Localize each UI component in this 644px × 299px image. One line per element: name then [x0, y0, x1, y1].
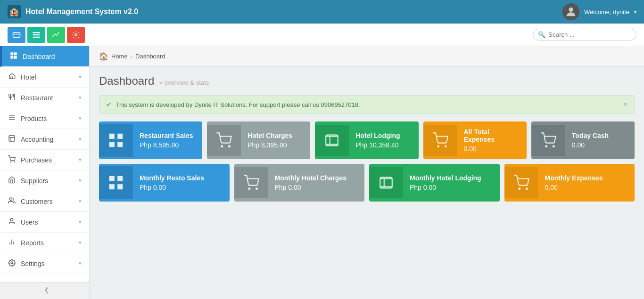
users-icon	[8, 218, 16, 226]
quick-nav-buttons	[8, 27, 85, 43]
svg-point-34	[438, 145, 439, 147]
sidebar-item-hotel[interactable]: Hotel ▾	[0, 67, 89, 88]
monthly-resto-value: Php 0.00	[140, 184, 223, 191]
sidebar-label-hotel: Hotel	[21, 73, 36, 81]
svg-rect-40	[109, 184, 115, 189]
user-dropdown-arrow[interactable]: ▾	[634, 9, 636, 15]
svg-rect-31	[117, 142, 123, 147]
quicknav-id-button[interactable]	[8, 27, 25, 43]
stat-card-hotel-charges[interactable]: Hotel Charges Php 8,395.00	[207, 121, 310, 159]
sidebar-label-restaurant: Restaurant	[21, 94, 53, 102]
main-layout: Dashboard Hotel ▾ Restaurant ▾	[0, 46, 644, 299]
restaurant-sales-label: Restaurant Sales	[140, 132, 196, 139]
svg-point-32	[222, 145, 223, 147]
stat-card-today-cash[interactable]: Today Cash 0.00	[531, 121, 635, 159]
restaurant-sales-icon	[99, 124, 133, 157]
alert-message: This system is developed by Dynite IT So…	[116, 101, 360, 108]
stat-card-monthly-hotel-charges[interactable]: Monthly Hotel Charges Php 0.00	[234, 164, 365, 202]
quicknav-chart-button[interactable]	[47, 27, 65, 43]
svg-point-42	[248, 188, 250, 189]
stat-card-hotel-lodging[interactable]: Hotel Lodging Php 10,358.40	[315, 121, 418, 159]
customers-chevron: ▾	[79, 198, 82, 204]
hotel-chevron: ▾	[79, 74, 82, 80]
alert-check-icon: ✔	[106, 101, 112, 108]
svg-point-20	[10, 162, 11, 162]
monthly-lodging-icon	[369, 167, 403, 198]
restaurant-sales-value: Php 8,595.00	[140, 141, 196, 149]
all-expenses-icon	[423, 125, 457, 156]
hotel-icon	[8, 73, 16, 81]
users-chevron: ▾	[79, 219, 82, 225]
stat-card-monthly-expenses[interactable]: Monthly Expenses 0.00	[504, 164, 635, 202]
breadcrumb: 🏠 Home › Dashboard	[99, 52, 165, 61]
reports-chevron: ▾	[79, 240, 82, 246]
sidebar-label-settings: Settings	[21, 260, 45, 267]
sidebar-label-purchases: Purchases	[21, 156, 52, 164]
sidebar-item-dashboard[interactable]: Dashboard	[0, 46, 89, 67]
stat-card-monthly-lodging[interactable]: Monthly Hotel Lodging Php 0.00	[369, 164, 500, 202]
sidebar-item-restaurant[interactable]: Restaurant ▾	[0, 88, 89, 108]
sidebar-label-users: Users	[21, 218, 38, 226]
today-cash-icon	[531, 125, 565, 156]
page-header: Dashboard overview & stats	[90, 67, 644, 91]
all-expenses-value: 0.00	[464, 145, 520, 153]
settings-chevron: ▾	[79, 260, 82, 267]
quicknav-settings-button[interactable]	[67, 27, 85, 43]
sidebar-item-users[interactable]: Users ▾	[0, 212, 89, 233]
reports-icon	[8, 238, 16, 247]
sidebar-item-purchases[interactable]: Purchases ▾	[0, 150, 89, 170]
quicknav-menu-button[interactable]	[27, 27, 45, 43]
hotel-lodging-label: Hotel Lodging	[355, 132, 412, 139]
sidebar-item-settings[interactable]: Settings ▾	[0, 253, 89, 274]
alert-close-button[interactable]: ×	[623, 100, 627, 109]
hotel-charges-label: Hotel Charges	[248, 132, 304, 139]
svg-point-22	[9, 198, 12, 200]
sidebar-item-accounting[interactable]: Accounting ▾	[0, 129, 89, 150]
svg-rect-5	[33, 36, 40, 37]
sidebar-label-reports: Reports	[21, 239, 44, 247]
breadcrumb-bar: 🏠 Home › Dashboard	[90, 46, 644, 67]
suppliers-icon	[8, 176, 16, 185]
svg-rect-7	[10, 52, 13, 55]
svg-rect-8	[14, 52, 17, 55]
accounting-chevron: ▾	[79, 136, 82, 142]
stat-card-restaurant-sales[interactable]: Restaurant Sales Php 8,595.00	[99, 121, 202, 159]
quick-navbar: 🔍	[0, 24, 644, 46]
top-navbar: 🏨 Hotel Management System v2.0 Welcome, …	[0, 0, 644, 24]
svg-point-43	[256, 188, 257, 189]
restaurant-chevron: ▾	[79, 95, 82, 101]
purchases-chevron: ▾	[79, 157, 82, 163]
avatar[interactable]	[562, 3, 579, 20]
sidebar-label-customers: Customers	[21, 198, 53, 205]
monthly-resto-icon	[99, 166, 133, 199]
stat-card-all-total-expenses[interactable]: All Total Expenses 0.00	[423, 121, 527, 159]
hotel-lodging-icon	[315, 125, 349, 156]
suppliers-chevron: ▾	[79, 178, 82, 184]
sidebar-item-suppliers[interactable]: Suppliers ▾	[0, 170, 89, 191]
monthly-lodging-value: Php 0.00	[410, 184, 493, 191]
svg-rect-17	[9, 136, 15, 141]
svg-point-36	[545, 145, 547, 147]
svg-point-6	[75, 33, 77, 36]
hotel-charges-icon	[207, 125, 241, 156]
hotel-charges-value: Php 8,395.00	[248, 141, 304, 149]
stat-card-monthly-resto[interactable]: Monthly Resto Sales Php 0.00	[99, 164, 230, 202]
monthly-hotel-charges-value: Php 0.00	[275, 184, 358, 191]
hotel-lodging-value: Php 10,358.40	[355, 141, 412, 149]
sidebar-item-products[interactable]: Products ▾	[0, 108, 89, 129]
sidebar-item-customers[interactable]: Customers ▾	[0, 191, 89, 212]
monthly-lodging-label: Monthly Hotel Lodging	[410, 174, 493, 182]
stats-grid-row2: Monthly Resto Sales Php 0.00 Monthly Hot…	[90, 164, 644, 202]
breadcrumb-home-icon: 🏠	[99, 52, 108, 61]
search-icon: 🔍	[538, 31, 545, 38]
search-input[interactable]	[548, 31, 631, 38]
search-box[interactable]: 🔍	[533, 29, 636, 40]
sidebar: Dashboard Hotel ▾ Restaurant ▾	[0, 46, 90, 299]
sidebar-item-reports[interactable]: Reports ▾	[0, 233, 89, 253]
monthly-expenses-value: 0.00	[545, 184, 628, 191]
svg-point-27	[11, 262, 13, 264]
monthly-expenses-label: Monthly Expenses	[545, 174, 628, 182]
page-subtitle: overview & stats	[159, 79, 209, 86]
svg-rect-30	[109, 142, 115, 147]
sidebar-collapse-button[interactable]: 《	[0, 282, 89, 299]
